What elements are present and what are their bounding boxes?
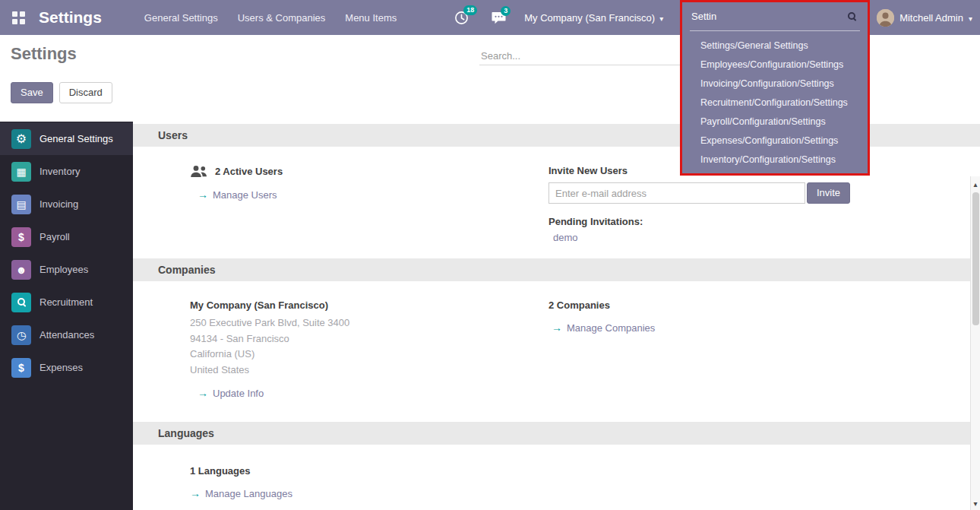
active-users-count: 2 Active Users [215, 166, 283, 177]
manage-languages-link[interactable]: Manage Languages [190, 487, 292, 499]
messages-button[interactable]: 3 [492, 11, 506, 24]
languages-section: 1 Languages Manage Languages [190, 465, 980, 499]
companies-count: 2 Companies [548, 299, 980, 311]
users-group-icon [190, 165, 208, 178]
settings-content: Users 2 Active Users [133, 122, 980, 510]
menu-search-results: Settings/General Settings Employees/Conf… [682, 31, 868, 169]
workspace: General Settings Inventory Invoicing Pay… [0, 122, 980, 510]
menu-search-input[interactable] [690, 10, 844, 23]
company-name: My Company (San Francisco) [524, 12, 655, 24]
menu-search-field [690, 2, 860, 31]
users-section: 2 Active Users Manage Users Invite New U… [190, 165, 980, 243]
employees-icon [11, 260, 31, 280]
scroll-down-icon[interactable] [973, 496, 977, 509]
section-header-languages: Languages [133, 422, 980, 445]
menu-menu-items[interactable]: Menu Items [345, 12, 397, 24]
forward-arrow-icon [190, 487, 201, 499]
inventory-icon [11, 162, 31, 182]
user-name: Mitchell Admin [899, 12, 963, 24]
apps-menu-icon[interactable] [12, 11, 25, 24]
invoicing-icon [11, 195, 31, 214]
sidebar-item-employees[interactable]: Employees [0, 253, 133, 286]
search-result[interactable]: Recruitment/Configuration/Settings [682, 93, 868, 112]
save-button[interactable]: Save [11, 82, 53, 103]
navbar-menu: General Settings Users & Companies Menu … [144, 12, 397, 24]
sidebar-item-inventory[interactable]: Inventory [0, 155, 133, 188]
attendances-icon [11, 325, 31, 345]
update-info-link[interactable]: Update Info [198, 387, 264, 399]
pending-user-link[interactable]: demo [553, 232, 578, 243]
app-brand-title[interactable]: Settings [39, 8, 102, 27]
sidebar-item-label: Attendances [40, 329, 94, 341]
discard-button[interactable]: Discard [59, 82, 112, 103]
sidebar-item-label: Employees [40, 264, 88, 275]
records-search-input[interactable] [479, 47, 680, 65]
address-line: United States [190, 363, 548, 379]
settings-sidebar: General Settings Inventory Invoicing Pay… [0, 122, 133, 510]
sidebar-item-label: General Settings [40, 133, 113, 144]
menu-users-companies[interactable]: Users & Companies [238, 12, 326, 24]
forward-arrow-icon [198, 387, 208, 399]
chevron-down-icon [969, 12, 972, 24]
search-result[interactable]: Expenses/Configuration/Settings [682, 131, 868, 150]
sidebar-item-label: Payroll [40, 231, 70, 242]
menu-general-settings[interactable]: General Settings [144, 12, 218, 24]
gear-icon [11, 129, 31, 149]
vertical-scrollbar[interactable] [970, 176, 980, 510]
scroll-thumb[interactable] [972, 192, 979, 325]
user-avatar [877, 9, 894, 27]
recruitment-icon [11, 293, 31, 312]
invite-button[interactable]: Invite [807, 182, 850, 204]
company-address: 250 Executive Park Blvd, Suite 3400 9413… [190, 315, 548, 378]
search-icon [847, 11, 857, 21]
manage-companies-label: Manage Companies [567, 322, 655, 334]
menu-search-dropdown: Settings/General Settings Employees/Conf… [680, 0, 870, 176]
messages-badge: 3 [501, 6, 511, 16]
sidebar-item-label: Invoicing [40, 198, 78, 210]
sidebar-item-expenses[interactable]: Expenses [0, 351, 133, 384]
forward-arrow-icon [552, 322, 562, 334]
chevron-down-icon [659, 12, 663, 24]
search-result[interactable]: Inventory/Configuration/Settings [682, 150, 868, 169]
odoo-settings-screen: Settings General Settings Users & Compan… [0, 0, 980, 510]
search-result[interactable]: Invoicing/Configuration/Settings [682, 74, 868, 93]
expenses-icon [11, 358, 31, 378]
company-display-name: My Company (San Francisco) [190, 299, 548, 311]
sidebar-item-label: Inventory [40, 166, 80, 177]
manage-users-label: Manage Users [213, 189, 277, 201]
control-buttons: Save Discard [11, 82, 112, 103]
update-info-label: Update Info [213, 388, 264, 399]
sidebar-item-recruitment[interactable]: Recruitment [0, 286, 133, 318]
activities-badge: 18 [463, 5, 477, 15]
address-line: 94134 - San Francisco [190, 331, 548, 347]
manage-languages-label: Manage Languages [205, 488, 292, 499]
search-result[interactable]: Payroll/Configuration/Settings [682, 112, 868, 131]
manage-companies-link[interactable]: Manage Companies [552, 322, 655, 334]
companies-section: My Company (San Francisco) 250 Executive… [190, 299, 980, 399]
sidebar-item-invoicing[interactable]: Invoicing [0, 188, 133, 220]
languages-count: 1 Languages [190, 465, 980, 477]
activities-button[interactable]: 18 [454, 11, 469, 25]
company-switcher[interactable]: My Company (San Francisco) [524, 12, 663, 24]
page-title: Settings [11, 44, 77, 64]
scroll-up-icon[interactable] [973, 176, 977, 190]
sidebar-item-general-settings[interactable]: General Settings [0, 122, 133, 155]
pending-invitations-label: Pending Invitations: [548, 216, 980, 227]
forward-arrow-icon [198, 188, 208, 201]
sidebar-item-label: Recruitment [40, 296, 93, 308]
address-line: California (US) [190, 347, 548, 363]
search-result[interactable]: Settings/General Settings [682, 36, 868, 55]
invite-email-input[interactable] [548, 182, 805, 204]
sidebar-item-label: Expenses [40, 362, 83, 373]
manage-users-link[interactable]: Manage Users [198, 188, 277, 201]
section-header-companies: Companies [133, 258, 980, 281]
user-menu[interactable]: Mitchell Admin [877, 0, 972, 35]
search-result[interactable]: Employees/Configuration/Settings [682, 55, 868, 74]
address-line: 250 Executive Park Blvd, Suite 3400 [190, 315, 548, 331]
sidebar-item-payroll[interactable]: Payroll [0, 220, 133, 253]
payroll-icon [11, 227, 31, 247]
sidebar-item-attendances[interactable]: Attendances [0, 318, 133, 351]
